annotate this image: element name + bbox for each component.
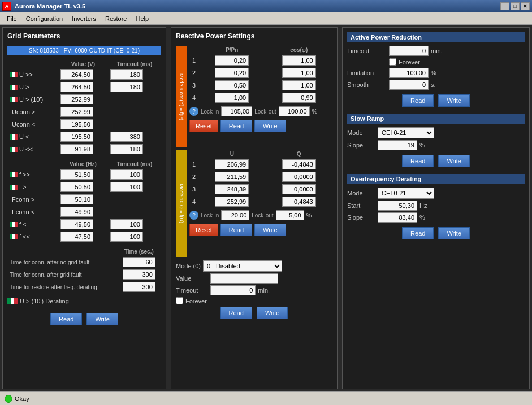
help-icon-2[interactable]: ? xyxy=(189,211,198,220)
u-gg-timeout[interactable] xyxy=(110,69,143,80)
f-gg-value[interactable] xyxy=(60,169,93,180)
smooth-input[interactable] xyxy=(389,80,429,90)
m10-reset-button[interactable]: Reset xyxy=(189,224,218,236)
m10-r3-q[interactable] xyxy=(282,184,316,194)
f-gg-timeout[interactable] xyxy=(110,169,143,180)
mode0-write-button[interactable]: Write xyxy=(257,307,288,319)
mode0-timeout[interactable] xyxy=(210,285,256,295)
u-g10-value[interactable] xyxy=(60,94,93,104)
uconn-g-value[interactable] xyxy=(60,107,93,117)
slow-read-button[interactable]: Read xyxy=(402,155,434,167)
table-row: Time for conn. after grid fault xyxy=(7,268,161,281)
overfreq-slope-input[interactable] xyxy=(378,212,417,223)
active-power-title: Active Power Reduction xyxy=(347,32,525,42)
m10-r1-q[interactable] xyxy=(282,159,316,169)
time-no-fault[interactable] xyxy=(123,257,155,267)
slow-slope-input[interactable] xyxy=(378,140,417,150)
m9-r4-cos[interactable] xyxy=(282,93,316,103)
u-l-value[interactable] xyxy=(60,132,93,142)
m9-r3-ppn[interactable] xyxy=(215,80,249,90)
m9-r1-cos[interactable] xyxy=(282,55,316,66)
m10-read-button[interactable]: Read xyxy=(220,224,252,236)
m9-write-button[interactable]: Write xyxy=(254,120,286,132)
mode0-label: Mode (0) xyxy=(176,263,201,269)
u-gg-value[interactable] xyxy=(60,69,93,80)
m9-r2-ppn[interactable] xyxy=(215,68,249,78)
active-read-button[interactable]: Read xyxy=(402,94,434,107)
f-l-timeout[interactable] xyxy=(110,219,143,229)
mode0-value[interactable] xyxy=(210,273,278,284)
m10-lockout[interactable] xyxy=(276,210,304,220)
fconn-g-value[interactable] xyxy=(60,194,93,204)
active-forever-checkbox[interactable] xyxy=(389,58,396,66)
table-row: U >> xyxy=(7,68,161,81)
time-restore[interactable] xyxy=(123,282,155,292)
overfreq-mode-select[interactable]: CEI 0-21 xyxy=(378,188,434,199)
m9-reset-button[interactable]: Reset xyxy=(189,120,218,132)
table-row: 2 xyxy=(189,171,332,183)
help-icon[interactable]: ? xyxy=(189,107,198,116)
m10-r4-q[interactable] xyxy=(282,197,316,207)
f-ll-value[interactable] xyxy=(60,232,93,242)
over-read-button[interactable]: Read xyxy=(402,227,434,239)
maximize-button[interactable]: □ xyxy=(511,2,520,10)
m10-lockin[interactable] xyxy=(221,210,249,220)
overfreq-start-input[interactable] xyxy=(378,201,417,211)
m9-r3-cos[interactable] xyxy=(282,80,316,90)
over-write-button[interactable]: Write xyxy=(438,227,469,239)
f-g-value[interactable] xyxy=(60,182,93,192)
mode0-read-button[interactable]: Read xyxy=(220,307,252,319)
m10-write-button[interactable]: Write xyxy=(254,224,286,236)
active-forever-label: Forever xyxy=(399,59,420,66)
active-write-button[interactable]: Write xyxy=(438,94,469,107)
menu-inverters[interactable]: Inverters xyxy=(67,14,101,23)
f-g-timeout[interactable] xyxy=(110,182,143,192)
u-ll-value[interactable] xyxy=(60,144,93,154)
m9-r1-ppn[interactable] xyxy=(215,55,249,66)
table-row: Fconn < xyxy=(7,206,161,218)
uconn-l-value[interactable] xyxy=(60,119,93,129)
menu-configuration[interactable]: Configuration xyxy=(21,14,67,23)
fconn-l-value[interactable] xyxy=(60,207,93,217)
m9-r2-cos[interactable] xyxy=(282,68,316,78)
smooth-unit: s. xyxy=(431,81,436,88)
m10-r4-u[interactable] xyxy=(215,197,249,207)
slow-slope-label: Slope xyxy=(347,142,375,149)
flag-icon xyxy=(10,97,18,102)
overfreq-mode-label: Mode xyxy=(347,190,375,197)
mode0-select[interactable]: 0 - Disabled xyxy=(203,260,282,272)
flag-icon xyxy=(10,172,18,177)
freq-timeout-header: Timeout (ms) xyxy=(108,160,161,168)
time-fault[interactable] xyxy=(123,269,155,280)
m9-lockout[interactable] xyxy=(279,106,310,116)
f-ll-timeout[interactable] xyxy=(110,232,143,242)
table-row: 1 xyxy=(189,158,332,171)
close-button[interactable]: ✕ xyxy=(521,2,530,10)
flag-icon xyxy=(7,298,18,304)
u-g-value[interactable] xyxy=(60,82,93,92)
menu-restore[interactable]: Restore xyxy=(101,14,132,23)
table-row: Uconn < xyxy=(7,118,161,130)
grid-read-button[interactable]: Read xyxy=(50,313,82,325)
m10-r2-q[interactable] xyxy=(282,172,316,182)
m9-read-button[interactable]: Read xyxy=(220,120,252,132)
m10-r1-u[interactable] xyxy=(215,159,249,169)
u-ll-timeout[interactable] xyxy=(110,144,143,154)
u-g-timeout[interactable] xyxy=(110,82,143,92)
f-l-value[interactable] xyxy=(60,219,93,229)
limitation-input[interactable] xyxy=(389,68,429,78)
grid-write-button[interactable]: Write xyxy=(86,313,118,325)
slow-mode-select[interactable]: CEI 0-21 xyxy=(378,127,434,138)
m9-r4-ppn[interactable] xyxy=(215,93,249,103)
voltage-table: Value (V) Timeout (ms) U >> U > U > (10'… xyxy=(7,60,161,155)
active-timeout-input[interactable] xyxy=(389,46,429,56)
slow-write-button[interactable]: Write xyxy=(438,155,469,167)
m9-lockin[interactable] xyxy=(221,106,252,116)
menu-help[interactable]: Help xyxy=(132,14,154,23)
m10-r2-u[interactable] xyxy=(215,172,249,182)
minimize-button[interactable]: _ xyxy=(500,2,509,10)
menu-file[interactable]: File xyxy=(2,14,21,23)
u-l-timeout[interactable] xyxy=(110,132,143,142)
mode0-forever-checkbox[interactable] xyxy=(176,297,183,304)
m10-r3-u[interactable] xyxy=(215,184,249,194)
